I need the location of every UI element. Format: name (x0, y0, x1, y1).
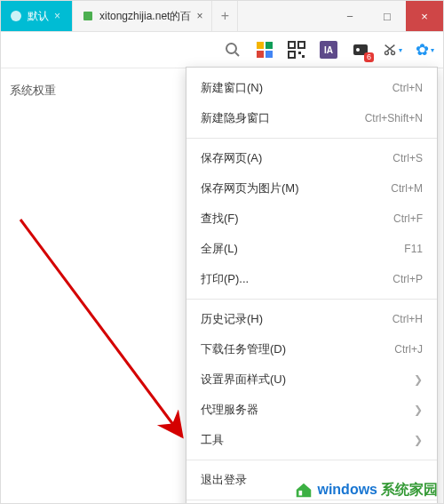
menu-item[interactable]: 保存网页为图片(M)Ctrl+M (186, 173, 437, 204)
tab-active[interactable]: 默认 × (1, 1, 73, 31)
svg-rect-5 (298, 42, 305, 48)
menu-item-label: 下载任务管理(D) (201, 341, 394, 357)
menu-item-label: 设置界面样式(U) (201, 372, 414, 388)
ia-extension-icon[interactable]: IA (319, 40, 338, 60)
close-tab-icon[interactable]: × (196, 10, 202, 22)
menu-item-shortcut: Ctrl+S (392, 152, 423, 164)
watermark-brand-2: 系统家园 (381, 481, 438, 500)
titlebar: 默认 × xitongzhijia.net的百 × + − □ × (1, 1, 443, 32)
menu-item[interactable]: 代理服务器❯ (186, 395, 437, 425)
chevron-right-icon: ❯ (414, 404, 423, 416)
tab-label: xitongzhijia.net的百 (99, 9, 191, 24)
menu-item-shortcut: Ctrl+H (392, 313, 423, 325)
svg-line-14 (386, 45, 394, 52)
svg-point-2 (226, 44, 236, 53)
menu-item-shortcut: Ctrl+P (392, 273, 423, 285)
tab-label: 默认 (28, 9, 49, 24)
minimize-button[interactable]: − (331, 1, 369, 31)
menu-item-shortcut: Ctrl+M (391, 182, 423, 195)
close-tab-icon[interactable]: × (54, 10, 60, 22)
extension-icon[interactable]: 6 (351, 40, 370, 60)
house-icon (294, 480, 313, 500)
page-text: 系统权重 (10, 84, 56, 97)
menu-item-label: 工具 (201, 432, 414, 448)
svg-rect-1 (83, 12, 92, 20)
watermark: windows 系统家园 (294, 480, 438, 500)
menu-item-shortcut: Ctrl+N (392, 82, 423, 94)
new-tab-button[interactable]: + (212, 1, 238, 31)
menu-item-label: 历史记录(H) (201, 311, 392, 327)
search-icon[interactable] (223, 40, 242, 60)
svg-point-12 (392, 52, 395, 55)
menu-item-label: 保存网页为图片(M) (201, 180, 391, 196)
menu-item-label: 保存网页(A) (201, 150, 392, 166)
svg-line-13 (385, 45, 393, 52)
svg-point-11 (385, 52, 388, 55)
svg-rect-4 (289, 42, 295, 48)
menu-item[interactable]: 新建隐身窗口Ctrl+Shift+N (186, 103, 437, 133)
svg-point-10 (356, 48, 360, 52)
menu-item-shortcut: Ctrl+J (394, 343, 423, 356)
window-controls: − □ × (331, 1, 443, 31)
svg-line-15 (20, 220, 182, 436)
menu-separator (186, 138, 437, 139)
menu-item-shortcut: Ctrl+F (393, 212, 423, 225)
menu-separator (186, 460, 437, 460)
menu-item[interactable]: 查找(F)Ctrl+F (186, 204, 437, 234)
menu-item-label: 查找(F) (201, 211, 393, 227)
menu-separator (186, 500, 437, 500)
settings-gear-icon[interactable]: ✿ ▾ (415, 40, 434, 60)
watermark-brand-1: windows (317, 482, 377, 498)
annotation-arrow-icon (13, 212, 200, 452)
maximize-button[interactable]: □ (369, 1, 406, 31)
menu-item[interactable]: 历史记录(H)Ctrl+H (186, 304, 437, 334)
menu-item-label: 打印(P)... (201, 271, 392, 287)
svg-rect-16 (299, 491, 303, 496)
scissors-icon[interactable]: ▾ (383, 40, 402, 60)
svg-line-3 (235, 52, 239, 56)
menu-item[interactable]: 打印(P)...Ctrl+P (186, 264, 437, 294)
menu-item-label: 新建窗口(N) (201, 80, 392, 96)
chevron-down-icon: ▾ (399, 46, 402, 54)
menu-item[interactable]: 设置界面样式(U)❯ (186, 364, 437, 395)
notification-badge: 6 (364, 52, 374, 62)
favicon-icon (82, 10, 94, 22)
menu-separator (186, 299, 437, 300)
chevron-down-icon: ▾ (431, 46, 434, 54)
menu-item-shortcut: F11 (404, 243, 423, 255)
menu-item-label: 全屏(L) (201, 241, 404, 257)
apps-grid-icon[interactable] (255, 40, 274, 60)
svg-rect-8 (302, 55, 305, 58)
menu-item-label: 新建隐身窗口 (201, 110, 365, 126)
qrcode-icon[interactable] (287, 40, 306, 60)
menu-item[interactable]: 全屏(L)F11 (186, 234, 437, 264)
chevron-right-icon: ❯ (414, 434, 423, 446)
menu-item-label: 代理服务器 (201, 402, 414, 418)
toolbar: IA 6 ▾ ✿ ▾ (1, 32, 443, 68)
menu-item-shortcut: Ctrl+Shift+N (365, 112, 423, 124)
favicon-icon (10, 10, 22, 22)
gear-icon: ✿ (416, 40, 429, 60)
settings-menu: 新建窗口(N)Ctrl+N新建隐身窗口Ctrl+Shift+N保存网页(A)Ct… (186, 67, 438, 504)
svg-point-0 (11, 11, 21, 21)
close-window-button[interactable]: × (406, 1, 443, 31)
tab-inactive[interactable]: xitongzhijia.net的百 × (73, 1, 212, 31)
chevron-right-icon: ❯ (414, 373, 423, 386)
menu-item[interactable]: 新建窗口(N)Ctrl+N (186, 73, 437, 103)
svg-rect-6 (289, 52, 295, 58)
menu-item[interactable]: 工具❯ (186, 425, 437, 455)
svg-rect-7 (298, 52, 301, 54)
app-window: { "tabs": [ {"label": "默认", "active": tr… (0, 0, 444, 504)
menu-item[interactable]: 保存网页(A)Ctrl+S (186, 143, 437, 173)
menu-item[interactable]: 下载任务管理(D)Ctrl+J (186, 334, 437, 364)
